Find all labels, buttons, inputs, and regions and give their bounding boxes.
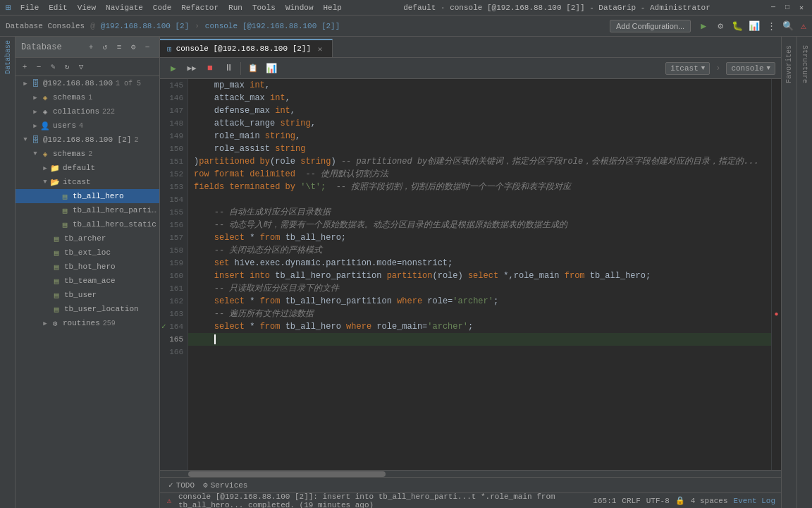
sidebar-item-tb-user-location[interactable]: ▤ tb_user_location xyxy=(16,302,159,316)
sidebar-item-tb-user[interactable]: ▤ tb_user xyxy=(16,288,159,302)
build-icon[interactable]: ⚙ xyxy=(713,19,727,33)
profile-icon[interactable]: 📊 xyxy=(747,19,761,33)
menu-code[interactable]: Code xyxy=(149,2,175,13)
menu-file[interactable]: File xyxy=(17,2,42,13)
code-line[interactable]: -- 自动生成对应分区目录数据 xyxy=(188,206,771,219)
settings-icon[interactable]: ⚙ xyxy=(127,41,140,54)
event-log-label[interactable]: Event Log xyxy=(734,497,775,505)
code-line[interactable]: -- 动态导入时，需要有一个原始数据表。动态分区目录的生成是根据原始数据表的数据… xyxy=(188,219,771,231)
structure-label[interactable]: Structure xyxy=(801,45,808,83)
code-line[interactable]: role_main string, xyxy=(188,130,771,143)
sidebar-item-schemas1[interactable]: ▶ ◈ schemas 1 xyxy=(16,90,159,104)
sidebar-item-host1[interactable]: ▶ 🗄 @192.168.88.100 1 of 5 xyxy=(16,76,159,90)
sidebar-item-tb-hot-hero[interactable]: ▤ tb_hot_hero xyxy=(16,260,159,274)
code-line[interactable]: fields terminated by '\t'; -- 按照字段切割，切割后… xyxy=(188,181,771,193)
code-line[interactable]: select * from tb_all_hero where role_mai… xyxy=(188,320,771,333)
collapse-icon[interactable]: − xyxy=(141,41,154,54)
left-sidebar-icons: Database xyxy=(0,37,16,508)
services-tab[interactable]: ⚙ Services xyxy=(200,480,250,490)
menu-run[interactable]: Run xyxy=(225,2,246,13)
add-icon[interactable]: + xyxy=(18,61,31,73)
console-tab[interactable]: ⊞ console [@192.168.88.100 [2]] ✕ xyxy=(160,39,333,57)
code-line[interactable] xyxy=(188,333,771,346)
code-line[interactable]: insert into tb_all_hero_partition partit… xyxy=(188,270,771,282)
routines-label: routines xyxy=(63,319,100,327)
menu-edit[interactable]: Edit xyxy=(45,2,70,13)
line-number: ✓164 xyxy=(160,320,187,333)
add-configuration-button[interactable]: Add Configuration... xyxy=(610,20,691,32)
menu-navigate[interactable]: Navigate xyxy=(102,2,147,13)
line-number: 165 xyxy=(160,333,187,346)
stop-button[interactable]: ■ xyxy=(202,61,218,76)
pause-icon[interactable]: ⏸ xyxy=(221,61,236,76)
sidebar-item-itcast[interactable]: ▼ 📂 itcast xyxy=(16,175,159,189)
line-number: 147 xyxy=(160,104,187,117)
code-line[interactable]: set hive.exec.dynamic.partition.mode=non… xyxy=(188,257,771,270)
more-icon[interactable]: ⋮ xyxy=(764,19,778,33)
menu-refactor[interactable]: Refactor xyxy=(178,2,222,13)
code-line[interactable]: row format delimited -- 使用默认切割方法 xyxy=(188,168,771,181)
sidebar-item-tb-all-hero-static[interactable]: ▤ tb_all_hero_static xyxy=(16,217,159,231)
sidebar-item-default[interactable]: ▶ 📁 default xyxy=(16,161,159,175)
sidebar-item-schemas2[interactable]: ▼ ◈ schemas 2 xyxy=(16,147,159,161)
schema-selector[interactable]: itcast ▼ xyxy=(665,62,710,75)
console-tab-close[interactable]: ✕ xyxy=(315,44,325,54)
filter-db-icon[interactable]: ▽ xyxy=(75,61,87,73)
code-line[interactable]: select * from tb_all_hero; xyxy=(188,231,771,244)
menu-tools[interactable]: Tools xyxy=(249,2,279,13)
code-line[interactable]: role_assist string xyxy=(188,143,771,155)
close-button[interactable]: ✕ xyxy=(796,3,806,13)
refresh-icon[interactable]: ↺ xyxy=(99,41,111,54)
code-line[interactable]: defense_max int, xyxy=(188,104,771,117)
sidebar-item-routines[interactable]: ▶ ⚙ routines 259 xyxy=(16,316,159,330)
filter-icon[interactable]: ≡ xyxy=(113,41,125,54)
sidebar-item-users[interactable]: ▶ 👤 users 4 xyxy=(16,119,159,133)
code-line[interactable]: attack_max int, xyxy=(188,92,771,104)
sidebar-item-tb-all-hero-partition[interactable]: ▤ tb_all_hero_partition xyxy=(16,203,159,217)
code-line[interactable]: attack_range string, xyxy=(188,117,771,130)
debug-icon[interactable]: 🐛 xyxy=(730,19,744,33)
breadcrumb-console[interactable]: console [@192.168.88.100 [2]] xyxy=(205,22,340,30)
sidebar-item-tb-archer[interactable]: ▤ tb_archer xyxy=(16,231,159,246)
code-line[interactable]: -- 关闭动态分区的严格模式 xyxy=(188,244,771,257)
refresh-db-icon[interactable]: ↻ xyxy=(61,61,73,73)
favorites-label[interactable]: Favorites xyxy=(785,45,793,83)
code-line[interactable] xyxy=(188,193,771,206)
explain-icon[interactable]: 📋 xyxy=(245,61,261,76)
minimize-button[interactable]: ─ xyxy=(768,3,778,13)
menu-window[interactable]: Window xyxy=(282,2,317,13)
execute-file-icon[interactable]: ▶▶ xyxy=(184,61,199,76)
maximize-button[interactable]: □ xyxy=(782,3,792,13)
todo-tab[interactable]: ✓ TODO xyxy=(166,480,197,490)
favorites-bar: Favorites xyxy=(781,37,796,508)
code-line[interactable] xyxy=(188,346,771,358)
new-connection-icon[interactable]: + xyxy=(85,41,97,54)
code-content[interactable]: mp_max int, attack_max int, defense_max … xyxy=(188,79,771,470)
code-line[interactable]: select * from tb_all_hero_partition wher… xyxy=(188,295,771,308)
editor-scrollbar[interactable] xyxy=(160,470,781,477)
sidebar-item-tb-all-hero[interactable]: ▤ tb_all_hero xyxy=(16,189,159,203)
code-line[interactable]: )partitioned by(role string) -- partitio… xyxy=(188,155,771,168)
window-controls[interactable]: ─ □ ✕ xyxy=(768,3,806,13)
search-toolbar-icon[interactable]: 🔍 xyxy=(781,19,795,33)
remove-icon[interactable]: − xyxy=(32,61,45,73)
menu-help[interactable]: Help xyxy=(320,2,345,13)
code-editor[interactable]: 1451461471481491501511521531541551561571… xyxy=(160,79,781,470)
scrollbar-thumb[interactable] xyxy=(188,471,386,477)
console-selector[interactable]: console ▼ xyxy=(726,62,775,75)
code-line[interactable]: -- 只读取对应分区目录下的文件 xyxy=(188,282,771,295)
code-line[interactable]: -- 遍历所有文件过滤数据 xyxy=(188,308,771,320)
menu-view[interactable]: View xyxy=(74,2,99,13)
sidebar-item-host2[interactable]: ▼ 🗄 @192.168.88.100 [2] 2 xyxy=(16,133,159,147)
breadcrumb-host[interactable]: @192.168.88.100 [2] xyxy=(101,22,189,30)
code-line[interactable]: mp_max int, xyxy=(188,79,771,92)
database-panel-icon[interactable]: Database xyxy=(1,40,14,75)
sidebar-item-collations[interactable]: ▶ ◈ collations 222 xyxy=(16,104,159,119)
sidebar-item-tb-ext-loc[interactable]: ▤ tb_ext_loc xyxy=(16,246,159,260)
edit-icon[interactable]: ✎ xyxy=(47,61,59,73)
sidebar-item-tb-team-ace[interactable]: ▤ tb_team_ace xyxy=(16,274,159,288)
run-toolbar-icon[interactable]: ▶ xyxy=(696,19,710,33)
execute-button[interactable]: ▶ xyxy=(166,61,181,76)
explain-plan-icon[interactable]: 📊 xyxy=(264,61,279,76)
menu-bar[interactable]: File Edit View Navigate Code Refactor Ru… xyxy=(17,2,345,13)
